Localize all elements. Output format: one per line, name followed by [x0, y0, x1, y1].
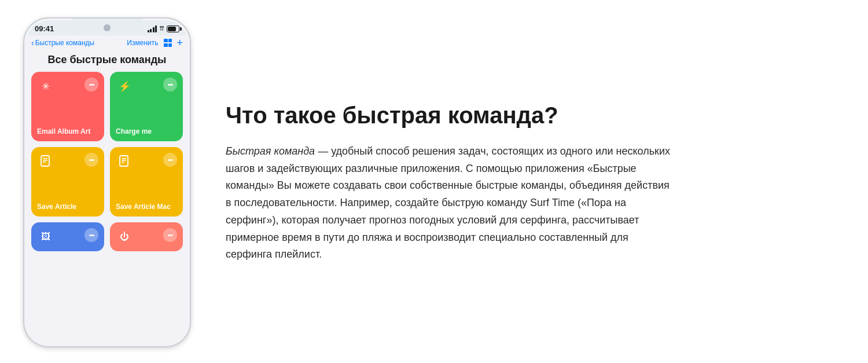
shortcuts-section-title: Все быстрые команды	[24, 52, 190, 72]
chevron-left-icon: ‹	[31, 39, 34, 47]
tile-more-button[interactable]: •••	[84, 78, 98, 91]
tile-top-row: ✳ •••	[37, 78, 98, 95]
tile-more-button[interactable]: •••	[163, 78, 177, 91]
phone-mockup: 09:41 ⇈ ‹ Быстрые команды	[23, 17, 191, 347]
article-content: Что такое быстрая команда? Быстрая коман…	[226, 90, 677, 275]
nav-edit-button[interactable]: Изменить	[127, 39, 158, 47]
article-body: Быстрая команда — удобный способ решения…	[226, 143, 677, 263]
shortcuts-grid-bottom: 🖼 ••• ⏻ •••	[24, 217, 190, 251]
tile-more-button[interactable]: •••	[163, 228, 177, 242]
phone-screen: ‹ Быстрые команды Изменить + Все быстрые…	[24, 35, 190, 346]
grid-icon[interactable]	[164, 39, 172, 47]
add-icon[interactable]: +	[176, 38, 183, 48]
tile-label-email-album-art: Email Album Art	[37, 127, 90, 135]
svg-rect-0	[41, 156, 49, 166]
tile-bottom-salmon[interactable]: ⏻ •••	[110, 222, 183, 251]
document-mac-icon	[116, 153, 133, 170]
nav-back-button[interactable]: ‹ Быстрые команды	[31, 39, 127, 47]
tile-bottom-blue[interactable]: 🖼 •••	[31, 222, 104, 251]
tile-label-charge-me: Charge me	[116, 127, 152, 135]
svg-rect-4	[120, 156, 128, 166]
phone-camera	[104, 24, 111, 31]
tile-top-row: •••	[37, 153, 98, 170]
tile-label-save-article-mac: Save Article Mac	[116, 203, 171, 211]
status-time: 09:41	[35, 24, 54, 33]
nav-icons: +	[164, 38, 183, 48]
tile-more-button[interactable]: •••	[84, 153, 98, 167]
battery-icon	[167, 25, 179, 32]
nav-back-label: Быстрые команды	[35, 39, 95, 47]
tile-email-album-art[interactable]: ✳ ••• Email Album Art	[31, 72, 104, 141]
shortcuts-grid: ✳ ••• Email Album Art ⚡ ••• Charge me	[24, 72, 190, 217]
lightning-icon: ⚡	[116, 78, 133, 95]
sparkle-icon: ✳	[37, 78, 54, 95]
tile-save-article[interactable]: ••• Save Article	[31, 147, 104, 217]
article-intro-em: Быстрая команда	[226, 145, 315, 157]
phone-device: 09:41 ⇈ ‹ Быстрые команды	[23, 17, 191, 347]
image-icon: 🖼	[37, 228, 54, 245]
tile-charge-me[interactable]: ⚡ ••• Charge me	[110, 72, 183, 141]
tile-more-button[interactable]: •••	[84, 228, 98, 242]
tile-top-row: ⚡ •••	[116, 78, 177, 95]
tile-top-row: •••	[116, 153, 177, 170]
status-icons: ⇈	[148, 25, 180, 32]
tile-save-article-mac[interactable]: ••• Save Article Mac	[110, 147, 183, 217]
power-icon: ⏻	[116, 228, 133, 245]
tile-label-save-article: Save Article	[37, 203, 76, 211]
article-title: Что такое быстрая команда?	[226, 101, 677, 129]
document-icon	[37, 153, 54, 170]
page-layout: 09:41 ⇈ ‹ Быстрые команды	[0, 0, 868, 363]
tile-more-button[interactable]: •••	[163, 153, 177, 167]
signal-icon	[148, 25, 157, 32]
nav-bar: ‹ Быстрые команды Изменить +	[24, 35, 190, 52]
article-body-text: — удобный способ решения задач, состоящи…	[226, 145, 670, 260]
wifi-icon: ⇈	[159, 25, 164, 32]
